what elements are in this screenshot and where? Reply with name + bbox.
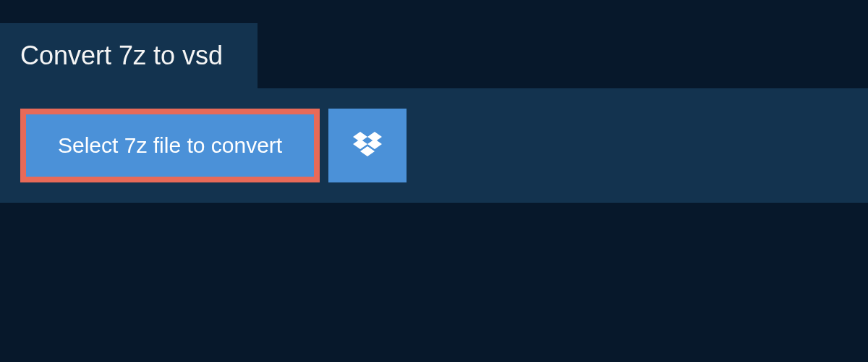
select-file-label: Select 7z file to convert bbox=[58, 133, 282, 158]
dropbox-button[interactable] bbox=[328, 109, 407, 182]
select-file-button[interactable]: Select 7z file to convert bbox=[20, 109, 320, 182]
button-row: Select 7z file to convert bbox=[20, 109, 848, 182]
dropbox-icon bbox=[353, 132, 382, 160]
tab-header: Convert 7z to vsd bbox=[0, 23, 258, 88]
convert-panel: Select 7z file to convert bbox=[0, 88, 868, 203]
tab-title: Convert 7z to vsd bbox=[20, 41, 223, 71]
